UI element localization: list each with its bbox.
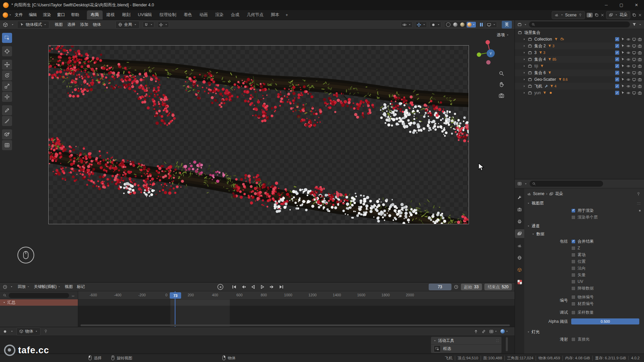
- transform-orientation-dropdown[interactable]: 全局: [115, 21, 140, 29]
- selectable-icon[interactable]: [621, 51, 625, 55]
- breadcrumb-scene[interactable]: Scene: [533, 191, 544, 196]
- pass-row[interactable]: 法向: [571, 265, 641, 272]
- checkbox-unchecked[interactable]: [571, 246, 576, 250]
- magnet-icon[interactable]: [144, 22, 149, 27]
- exclude-checkbox[interactable]: ✓: [615, 84, 620, 88]
- tool-cursor-3d[interactable]: [2, 46, 12, 56]
- tab-object[interactable]: [515, 265, 524, 274]
- selectable-icon[interactable]: [621, 44, 625, 48]
- selectable-icon[interactable]: [621, 84, 625, 88]
- timeline-menu-item[interactable]: 视图: [63, 283, 75, 290]
- snap-controls[interactable]: [143, 21, 154, 28]
- disable-viewport-icon[interactable]: [632, 37, 636, 42]
- viewport-menu-item[interactable]: 物体: [91, 21, 103, 28]
- play-button[interactable]: [258, 284, 266, 290]
- exclude-checkbox[interactable]: ✓: [615, 64, 620, 68]
- disable-render-icon[interactable]: [638, 84, 642, 88]
- tool-add-cube[interactable]: [2, 129, 12, 139]
- disclosure-icon[interactable]: [522, 91, 526, 95]
- editor-type-icon[interactable]: [3, 285, 7, 289]
- pass-row[interactable]: UV: [571, 278, 641, 285]
- summary-channel-row[interactable]: 汇总: [0, 299, 78, 306]
- outliner-search-input[interactable]: [529, 21, 630, 27]
- selectable-icon[interactable]: [621, 77, 625, 81]
- disable-viewport-icon[interactable]: [632, 44, 636, 48]
- selectable-icon[interactable]: [621, 57, 625, 61]
- disable-render-icon[interactable]: [638, 57, 642, 62]
- hide-viewport-eye-icon[interactable]: [626, 37, 631, 42]
- zoom-icon[interactable]: [498, 70, 504, 76]
- timeline-scrollbar[interactable]: [80, 324, 510, 326]
- timeline-menu-item[interactable]: 关键帧(插帧): [32, 283, 63, 290]
- tab-output[interactable]: [515, 217, 524, 226]
- disclosure-icon[interactable]: [522, 84, 526, 88]
- exclude-checkbox[interactable]: ✓: [615, 57, 620, 62]
- tool-move[interactable]: [2, 60, 12, 70]
- shading-rendered-button[interactable]: [467, 22, 476, 27]
- tab-tool[interactable]: [515, 193, 524, 202]
- disclosure-icon[interactable]: [522, 71, 526, 75]
- checkbox-unchecked[interactable]: [571, 215, 576, 220]
- properties-search-input[interactable]: [530, 181, 603, 187]
- pin-icon[interactable]: [44, 329, 48, 334]
- disable-viewport-icon[interactable]: [632, 77, 636, 82]
- tool-rotate[interactable]: [2, 70, 12, 80]
- disclosure-icon[interactable]: [522, 77, 526, 81]
- disable-viewport-icon[interactable]: [632, 71, 636, 75]
- hide-viewport-eye-icon[interactable]: [626, 44, 631, 48]
- workspace-tab[interactable]: 动画: [196, 10, 211, 19]
- alpha-threshold-slider[interactable]: 0.500: [571, 318, 639, 324]
- viewport-menu-item[interactable]: 视图: [52, 21, 65, 28]
- tool-annotate[interactable]: [2, 105, 12, 115]
- add-workspace-button[interactable]: +: [283, 11, 290, 19]
- editor-type-icon[interactable]: [3, 22, 8, 27]
- link-icon[interactable]: [481, 329, 486, 334]
- tab-texture[interactable]: [515, 278, 524, 286]
- viewport-menu-item[interactable]: 添加: [78, 21, 91, 28]
- compositor-dropdown[interactable]: [485, 21, 497, 28]
- pass-row[interactable]: 采样数量: [571, 309, 641, 316]
- close-icon[interactable]: [600, 13, 604, 17]
- checkbox-unchecked[interactable]: [571, 295, 576, 299]
- hide-viewport-eye-icon[interactable]: [626, 64, 631, 68]
- filter-icon[interactable]: [632, 22, 637, 27]
- viewport-options-dropdown[interactable]: 选项: [497, 32, 509, 38]
- tab-render[interactable]: [515, 205, 524, 214]
- animate-dot[interactable]: [639, 210, 641, 212]
- checkbox-unchecked[interactable]: [571, 259, 576, 264]
- selectable-icon[interactable]: [621, 91, 625, 95]
- viewport-3d[interactable]: 选项 Y: [0, 29, 515, 282]
- selectable-icon[interactable]: [621, 64, 625, 68]
- lower-editor-scrollbar[interactable]: [506, 337, 508, 351]
- pass-row[interactable]: 材质编号: [571, 300, 641, 307]
- pass-row[interactable]: 位置: [571, 258, 641, 265]
- workspace-tab[interactable]: 布局: [87, 10, 103, 19]
- outliner-row[interactable]: 集合 2 3 ✓: [515, 43, 644, 49]
- disclosure-icon[interactable]: [522, 64, 526, 68]
- disclosure-icon[interactable]: [522, 51, 526, 55]
- maximize-button[interactable]: ▢: [614, 0, 629, 10]
- exclude-checkbox[interactable]: ✓: [615, 77, 620, 82]
- disclosure-icon[interactable]: [522, 57, 526, 61]
- outliner-row[interactable]: Collection ✓: [515, 36, 644, 43]
- outliner-row[interactable]: 集合 6 ✓: [515, 69, 644, 76]
- view-layer-selector[interactable]: 花朵: [606, 11, 630, 19]
- mode-dropdown[interactable]: 物体模式: [17, 21, 49, 29]
- tab-world[interactable]: [515, 253, 524, 262]
- checkbox-unchecked[interactable]: [571, 302, 576, 306]
- channel-search-input[interactable]: [9, 293, 69, 298]
- outliner-row[interactable]: yun ✓: [515, 89, 644, 96]
- copy-icon[interactable]: [632, 13, 636, 17]
- disclosure-icon[interactable]: [522, 44, 526, 48]
- exclude-checkbox[interactable]: ✓: [615, 70, 620, 75]
- workspace-tab[interactable]: 脚本: [267, 10, 283, 19]
- disable-render-icon[interactable]: [638, 77, 642, 82]
- channel-search[interactable]: ↔: [0, 291, 78, 299]
- checkbox-unchecked[interactable]: [571, 286, 576, 291]
- disable-render-icon[interactable]: [638, 71, 642, 75]
- tool-interactive-add[interactable]: [2, 140, 12, 150]
- light-direct-row[interactable]: 直接光: [571, 336, 641, 343]
- pass-row[interactable]: Z: [571, 245, 641, 251]
- disable-render-icon[interactable]: [638, 64, 642, 68]
- outliner-row-scene-collection[interactable]: 场景集合: [515, 29, 644, 36]
